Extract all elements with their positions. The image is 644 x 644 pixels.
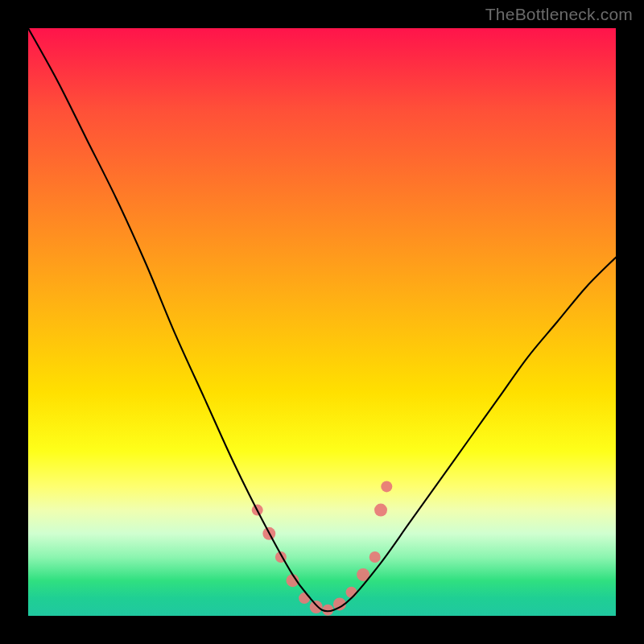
bottleneck-curve-path xyxy=(28,28,616,612)
valley-markers xyxy=(252,481,393,615)
valley-marker xyxy=(310,601,323,613)
valley-marker xyxy=(369,551,381,563)
valley-marker xyxy=(299,592,310,604)
valley-marker xyxy=(381,481,392,492)
bottleneck-curve-svg xyxy=(28,28,616,616)
plot-area xyxy=(28,28,616,616)
outer-frame: TheBottleneck.com xyxy=(0,0,644,644)
valley-marker xyxy=(346,587,357,598)
watermark-text: TheBottleneck.com xyxy=(485,5,633,24)
valley-marker xyxy=(374,504,387,517)
